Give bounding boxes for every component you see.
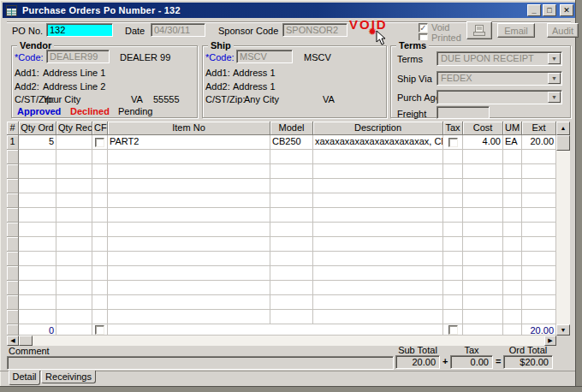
- empty-row-item_no[interactable]: [108, 164, 270, 179]
- empty-row-cf[interactable]: [92, 193, 108, 208]
- empty-row-cost[interactable]: [463, 266, 503, 281]
- empty-row-tax[interactable]: [443, 164, 463, 179]
- empty-row-description[interactable]: [313, 208, 443, 223]
- scroll-up-icon[interactable]: ▲: [556, 122, 570, 135]
- empty-row-cost[interactable]: [463, 237, 503, 252]
- empty-row-um[interactable]: [503, 223, 522, 237]
- empty-row-cf[interactable]: [92, 223, 108, 237]
- table-row-model[interactable]: CB250: [270, 135, 313, 150]
- scroll-left-icon[interactable]: ◀: [7, 336, 19, 346]
- vertical-scrollbar[interactable]: ▲ ▼: [556, 122, 570, 336]
- empty-row-qty_rec[interactable]: [56, 164, 92, 179]
- empty-row-um[interactable]: [503, 266, 522, 281]
- empty-row-qty_ord[interactable]: [19, 266, 56, 281]
- freight-input[interactable]: [436, 106, 490, 119]
- vendor-status-declined[interactable]: Declined: [70, 106, 110, 116]
- empty-row-qty_rec[interactable]: [56, 223, 92, 237]
- date-input[interactable]: 04/30/11: [151, 23, 205, 37]
- empty-row-item_no[interactable]: [108, 266, 270, 281]
- footer-tax-checkbox[interactable]: [448, 325, 458, 335]
- empty-row-qty_ord[interactable]: [19, 208, 56, 223]
- empty-row-description[interactable]: [313, 237, 443, 252]
- empty-row-tax[interactable]: [443, 310, 463, 324]
- empty-row-item_no[interactable]: [108, 310, 270, 324]
- empty-row-item_no[interactable]: [108, 150, 270, 164]
- empty-row-um[interactable]: [503, 193, 522, 208]
- empty-row-um[interactable]: [503, 164, 522, 179]
- table-row-ext[interactable]: 20.00: [522, 135, 556, 150]
- empty-row-model[interactable]: [270, 281, 313, 295]
- empty-row-qty_rec[interactable]: [56, 281, 92, 295]
- empty-row-qty_rec[interactable]: [56, 179, 92, 193]
- empty-row-model[interactable]: [270, 179, 313, 193]
- empty-row-model[interactable]: [270, 223, 313, 237]
- comment-input[interactable]: [7, 356, 394, 370]
- table-row-qty_ord[interactable]: 5: [19, 135, 56, 150]
- empty-row-ext[interactable]: [522, 223, 556, 237]
- close-icon[interactable]: ✕: [560, 4, 573, 16]
- empty-row-model[interactable]: [270, 193, 313, 208]
- empty-row-ext[interactable]: [522, 266, 556, 281]
- empty-row-cost[interactable]: [463, 193, 503, 208]
- minimize-icon[interactable]: _: [527, 4, 541, 16]
- empty-row-description[interactable]: [313, 223, 443, 237]
- empty-row-cf[interactable]: [92, 310, 108, 324]
- empty-row-ext[interactable]: [522, 208, 556, 223]
- table-row-item_no[interactable]: PART2: [108, 135, 270, 150]
- empty-row-ext[interactable]: [522, 252, 556, 266]
- table-row-tax-checkbox[interactable]: [448, 138, 458, 147]
- empty-row-qty_ord[interactable]: [19, 295, 56, 310]
- table-row-qty_rec[interactable]: [56, 135, 92, 150]
- email-button[interactable]: Email: [497, 23, 535, 38]
- empty-row-ext[interactable]: [522, 281, 556, 295]
- empty-row-qty_rec[interactable]: [56, 252, 92, 266]
- empty-row-cf[interactable]: [92, 208, 108, 223]
- empty-row-qty_ord[interactable]: [19, 193, 56, 208]
- chevron-down-icon[interactable]: ▼: [548, 73, 561, 84]
- empty-row-cost[interactable]: [463, 150, 503, 164]
- empty-row-ext[interactable]: [522, 310, 556, 324]
- empty-row-model[interactable]: [270, 150, 313, 164]
- empty-row-qty_rec[interactable]: [56, 150, 92, 164]
- empty-row-description[interactable]: [313, 179, 443, 193]
- empty-row-cf[interactable]: [92, 295, 108, 310]
- empty-row-item_no[interactable]: [108, 193, 270, 208]
- empty-row-tax[interactable]: [443, 150, 463, 164]
- empty-row-qty_ord[interactable]: [19, 281, 56, 295]
- empty-row-model[interactable]: [270, 252, 313, 266]
- empty-row-cf[interactable]: [92, 179, 108, 193]
- table-row-description[interactable]: xaxaxaxaxaxaxaxaxaxaxax, CB250 Part No: [313, 135, 443, 150]
- vendor-status-approved[interactable]: Approved: [17, 106, 61, 116]
- empty-row-um[interactable]: [503, 179, 522, 193]
- empty-row-model[interactable]: [270, 310, 313, 324]
- terms-combo[interactable]: DUE UPON RECEIPT ▼: [436, 51, 562, 66]
- empty-row-qty_rec[interactable]: [56, 193, 92, 208]
- chevron-down-icon[interactable]: ▼: [548, 53, 561, 64]
- empty-row-ext[interactable]: [522, 193, 556, 208]
- empty-row-qty_rec[interactable]: [56, 237, 92, 252]
- empty-row-description[interactable]: [313, 193, 443, 208]
- empty-row-cost[interactable]: [463, 252, 503, 266]
- empty-row-um[interactable]: [503, 310, 522, 324]
- footer-item-field[interactable]: [108, 324, 443, 336]
- empty-row-description[interactable]: [313, 281, 443, 295]
- empty-row-qty_ord[interactable]: [19, 252, 56, 266]
- empty-row-description[interactable]: [313, 295, 443, 310]
- empty-row-qty_rec[interactable]: [56, 266, 92, 281]
- empty-row-qty_ord[interactable]: [19, 223, 56, 237]
- empty-row-um[interactable]: [503, 237, 522, 252]
- empty-row-description[interactable]: [313, 252, 443, 266]
- empty-row-qty_ord[interactable]: [19, 164, 56, 179]
- sponsor-code-input[interactable]: SPONSOR2: [282, 23, 347, 37]
- tab-detail[interactable]: Detail: [9, 371, 40, 385]
- empty-row-tax[interactable]: [443, 295, 463, 310]
- table-row-tax[interactable]: [443, 135, 463, 150]
- empty-row-item_no[interactable]: [108, 208, 270, 223]
- audit-button[interactable]: Audit: [547, 23, 579, 38]
- empty-row-cf[interactable]: [92, 150, 108, 164]
- empty-row-qty_rec[interactable]: [56, 295, 92, 310]
- vertical-scroll-thumb[interactable]: [556, 135, 570, 151]
- table-row-cost[interactable]: 4.00: [463, 135, 503, 150]
- empty-row-tax[interactable]: [443, 179, 463, 193]
- empty-row-qty_ord[interactable]: [19, 150, 56, 164]
